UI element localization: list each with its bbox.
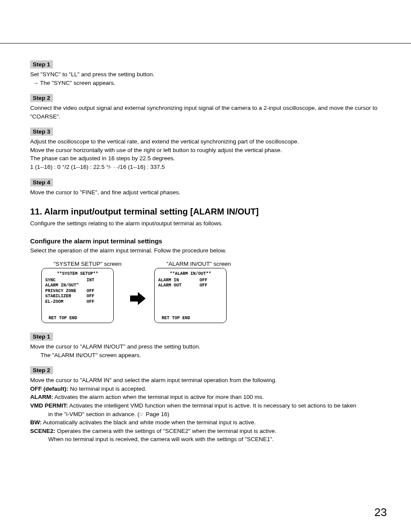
arrow-right-icon: → — [33, 80, 39, 86]
definition-text: Automatically activates the black and wh… — [42, 419, 256, 426]
screen-caption: "SYSTEM SETUP" screen — [53, 261, 121, 267]
body-text: Configure the settings relating to the a… — [30, 219, 381, 228]
text-line: Move the cursor to "ALARM IN/OUT" and pr… — [30, 343, 200, 350]
page-content: Step 1 Set "SYNC" to "LL" and press the … — [30, 60, 381, 444]
text-line: 1 (1--16) : 0 °/2 (1--16) : 22.5 °/· · ·… — [30, 164, 165, 170]
screen-title: **ALARM IN/OUT** — [158, 271, 223, 277]
text-line: The "ALARM IN/OUT" screen appears. — [40, 352, 141, 358]
definition-term: OFF (default): — [30, 386, 68, 392]
screen-row: ALARM IN OFF — [158, 278, 223, 283]
text-line: in the "i-VMD" section in advance. ( — [48, 411, 139, 417]
system-setup-screen: **SYSTEM SETUP** SYNC INT ALARM IN/OUT" … — [41, 268, 114, 323]
text-line: Adjust the oscilloscope to the vertical … — [30, 138, 299, 145]
reference-icon: ☞ — [139, 411, 144, 417]
screen-row: STABILIZER OFF — [45, 294, 110, 299]
step-label: Step 2 — [30, 366, 53, 374]
body-text: Move the cursor to "FINE", and fine adju… — [30, 188, 381, 197]
definition-text: Activates the alarm action when the term… — [53, 394, 264, 400]
result-line: → The "SYNC" screen appears. — [33, 80, 115, 86]
screen-title: **SYSTEM SETUP** — [45, 271, 110, 277]
step-label: Step 4 — [30, 178, 53, 187]
definition-text: No terminal input is accepted. — [68, 386, 146, 392]
subsection-heading: Configure the alarm input terminal setti… — [30, 237, 381, 245]
text-line: Move the cursor horizontally with use of… — [30, 147, 282, 153]
step-label: Step 2 — [30, 94, 53, 102]
definition-term: ALARM: — [30, 394, 53, 400]
text-line: Move the cursor to "ALARM IN" and select… — [30, 376, 381, 385]
screen-row: PRIVACY ZONE OFF — [45, 289, 110, 294]
body-text: Adjust the oscilloscope to the vertical … — [30, 137, 381, 171]
screen-footer: RET TOP END — [158, 316, 223, 321]
body-text: Select the operation of the alarm input … — [30, 246, 381, 255]
definition-term: VMD PERMIT: — [30, 402, 68, 409]
body-text: Set "SYNC" to "LL" and press the setting… — [30, 70, 381, 87]
screen-row: EL-ZOOM OFF — [45, 299, 110, 305]
step-label: Step 1 — [30, 60, 53, 68]
screen-row: ALARM OUT OFF — [158, 283, 223, 289]
svg-marker-0 — [130, 292, 146, 305]
definition-text: Operates the camera with the settings of… — [56, 428, 277, 434]
arrow-right-icon — [130, 292, 146, 305]
step-label: Step 1 — [30, 333, 53, 341]
text-line: Set "SYNC" to "LL" and press the setting… — [30, 71, 155, 78]
text-line: The phase can be adjusted in 16 steps by… — [30, 155, 175, 162]
text-line: Page 16) — [144, 411, 169, 417]
step-label: Step 3 — [30, 128, 53, 136]
page-top-rule — [0, 43, 411, 44]
screen-row: SYNC INT — [45, 278, 110, 283]
definition-text: Activates the intelligent VMD function w… — [68, 402, 356, 409]
screen-row: ALARM IN/OUT" — [45, 283, 110, 289]
text-line: The "SYNC" screen appears. — [40, 80, 115, 86]
section-heading: 11. Alarm input/output terminal setting … — [30, 207, 381, 217]
definition-term: SCENE2: — [30, 428, 56, 434]
definition-continuation: When no terminal input is received, the … — [48, 435, 381, 444]
screen-caption: "ALARM IN/OUT" screen — [166, 261, 231, 267]
screen-footer: RET TOP END — [45, 316, 110, 321]
body-text: Connect the video output signal and exte… — [30, 104, 381, 121]
screens-row: "SYSTEM SETUP" screen **SYSTEM SETUP** S… — [30, 261, 381, 323]
body-text: Move the cursor to "ALARM IN/OUT" and pr… — [30, 342, 381, 359]
definition-term: BW: — [30, 419, 42, 426]
page-number: 23 — [374, 506, 387, 519]
body-text: Move the cursor to "ALARM IN" and select… — [30, 376, 381, 444]
definition-continuation: in the "i-VMD" section in advance. (☞ Pa… — [48, 410, 381, 419]
alarm-inout-screen: **ALARM IN/OUT** ALARM IN OFF ALARM OUT … — [154, 268, 227, 323]
